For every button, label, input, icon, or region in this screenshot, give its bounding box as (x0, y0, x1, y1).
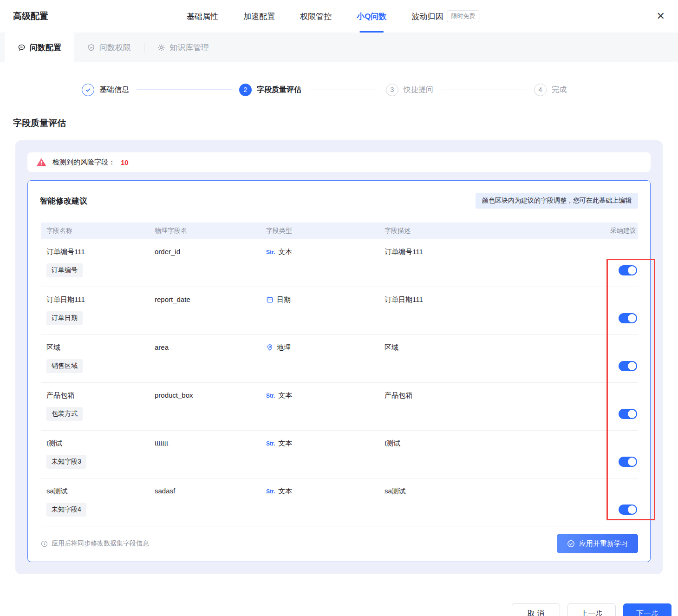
table-row: t测试 未知字段3 ttttttt Str.文本 t测试 (41, 431, 638, 478)
field-description: 区域 (385, 343, 568, 382)
shield-icon (87, 44, 95, 52)
calendar-icon (266, 296, 274, 303)
step-label-basic-info: 基础信息 (99, 85, 129, 95)
step-connector (441, 90, 527, 90)
table-row: 订单日期111 订单日期 report_date 日期 订单日期111 (41, 287, 638, 335)
field-type-cell: 地理 (266, 343, 385, 382)
risk-count: 10 (121, 158, 129, 166)
field-description: 订单日期111 (385, 295, 568, 334)
col-header-physical-name: 物理字段名 (155, 227, 266, 235)
step-done-check-icon (82, 84, 94, 96)
field-type-label: 日期 (277, 295, 291, 304)
chat-icon (18, 44, 26, 52)
subtab-ask-permission[interactable]: 问数权限 (74, 33, 144, 62)
adopt-toggle[interactable] (619, 313, 637, 323)
tab-label: 小Q问数 (357, 11, 386, 22)
field-type-cell: Str.文本 (266, 487, 385, 526)
dialog-header: 高级配置 基础属性 加速配置 权限管控 小Q问数 波动归因 限时免费 ✕ (0, 0, 678, 33)
col-header-field-desc: 字段描述 (385, 227, 568, 235)
suggested-field-tag[interactable]: 订单编号 (46, 263, 83, 277)
adopt-cell (568, 487, 638, 526)
suggested-field-tag[interactable]: 未知字段4 (46, 503, 86, 517)
table-header-row: 字段名称 物理字段名 字段类型 字段描述 采纳建议 (41, 223, 638, 239)
gear-icon (157, 44, 165, 52)
risk-alert-label: 检测到的风险字段： (52, 158, 115, 167)
sync-note: 应用后将同步修改数据集字段信息 (41, 539, 149, 548)
free-trial-badge: 限时免费 (447, 10, 480, 22)
field-name: 区域 (46, 343, 155, 352)
field-type-cell: Str.文本 (266, 248, 385, 287)
close-icon[interactable]: ✕ (657, 11, 665, 21)
tab-label: 基础属性 (187, 11, 218, 22)
risk-alert-bar: 检测到的风险字段： 10 (27, 152, 651, 172)
adopt-toggle[interactable] (619, 409, 637, 419)
adopt-cell (568, 391, 638, 430)
adopt-toggle[interactable] (619, 457, 637, 467)
physical-field-name: product_box (155, 391, 266, 430)
physical-field-name: ttttttt (155, 439, 266, 478)
adopt-cell (568, 343, 638, 382)
apply-relearn-button[interactable]: 应用并重新学习 (557, 534, 638, 553)
subtab-ask-config[interactable]: 问数配置 (5, 33, 74, 62)
section-title: 字段质量评估 (13, 117, 678, 129)
field-name-cell: sa测试 未知字段4 (41, 487, 155, 526)
field-type-label: 地理 (277, 343, 291, 352)
field-type-label: 文本 (278, 487, 292, 496)
next-step-button[interactable]: 下一步 (623, 603, 671, 616)
tab-basic-attributes[interactable]: 基础属性 (187, 0, 218, 33)
string-type-icon: Str. (266, 393, 275, 399)
physical-field-name: report_date (155, 295, 266, 334)
col-header-field-name: 字段名称 (41, 227, 155, 235)
field-description: t测试 (385, 439, 568, 478)
field-name-cell: 订单编号111 订单编号 (41, 248, 155, 287)
field-description: 订单编号111 (385, 248, 568, 287)
field-type-cell: Str.文本 (266, 391, 385, 430)
panel-hint: 颜色区块内为建议的字段调整，您可在此基础上编辑 (476, 193, 638, 209)
suggested-field-tag[interactable]: 订单日期 (46, 311, 83, 325)
field-type-label: 文本 (278, 439, 292, 448)
table-row: sa测试 未知字段4 sadasf Str.文本 sa测试 (41, 478, 638, 526)
adopt-toggle[interactable] (619, 265, 637, 275)
dialog-footer: 取 消 上一步 下一步 (0, 592, 678, 616)
warning-icon (36, 157, 47, 167)
cancel-button[interactable]: 取 消 (512, 603, 560, 616)
field-type-cell: Str.文本 (266, 439, 385, 478)
dialog-title: 高级配置 (13, 10, 48, 22)
subtab-label: 问数权限 (99, 42, 131, 53)
adopt-cell (568, 439, 638, 478)
tab-permission-control[interactable]: 权限管控 (300, 0, 332, 33)
info-icon (41, 540, 48, 547)
check-circle-icon (567, 540, 575, 548)
field-name: t测试 (46, 439, 155, 448)
apply-relearn-label: 应用并重新学习 (579, 539, 628, 548)
tab-label: 加速配置 (243, 11, 275, 22)
suggested-field-tag[interactable]: 未知字段3 (46, 455, 86, 469)
subtab-strip: 问数配置 问数权限 知识库管理 (0, 33, 678, 62)
step-label-finish: 完成 (552, 85, 567, 95)
location-pin-icon (266, 344, 274, 351)
suggested-field-tag[interactable]: 包装方式 (46, 407, 83, 421)
field-name-cell: 区域 销售区域 (41, 343, 155, 382)
tab-fluctuation-attribution[interactable]: 波动归因 限时免费 (412, 0, 480, 33)
tab-label: 权限管控 (300, 11, 332, 22)
panel-title: 智能修改建议 (40, 196, 87, 206)
physical-field-name: area (155, 343, 266, 382)
col-header-adopt: 采纳建议 (568, 227, 638, 235)
adopt-toggle[interactable] (619, 361, 637, 371)
quality-panel: 检测到的风险字段： 10 智能修改建议 颜色区块内为建议的字段调整，您可在此基础… (15, 140, 663, 574)
tab-xiaoq-ask[interactable]: 小Q问数 (357, 0, 386, 33)
col-header-field-type: 字段类型 (266, 227, 385, 235)
string-type-icon: Str. (266, 488, 275, 495)
adopt-cell (568, 248, 638, 287)
panel-footer: 应用后将同步修改数据集字段信息 应用并重新学习 (28, 526, 650, 559)
tab-acceleration-config[interactable]: 加速配置 (243, 0, 275, 33)
subtab-knowledge-base[interactable]: 知识库管理 (144, 33, 222, 62)
adopt-toggle[interactable] (619, 505, 637, 515)
field-name: 订单日期111 (46, 295, 155, 304)
step-label-quick-question: 快捷提问 (404, 85, 433, 95)
subtab-label: 问数配置 (30, 42, 61, 53)
prev-step-button[interactable]: 上一步 (567, 603, 616, 616)
field-type-label: 文本 (278, 248, 292, 256)
step-label-field-quality: 字段质量评估 (257, 85, 301, 95)
suggested-field-tag[interactable]: 销售区域 (46, 359, 83, 373)
